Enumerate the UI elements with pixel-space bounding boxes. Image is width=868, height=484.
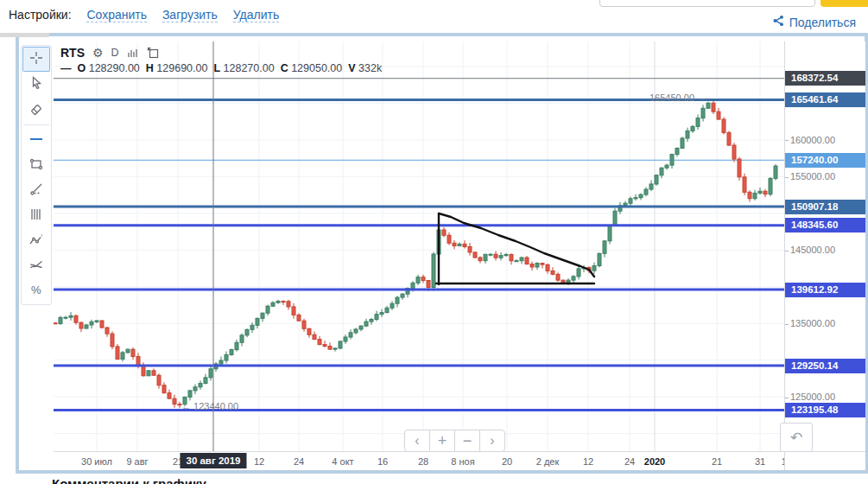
tool-polyline[interactable]: i: [22, 228, 50, 253]
candles-layer: [54, 100, 777, 409]
price-axis[interactable]: 160000.00155000.00145000.00135000.001250…: [784, 41, 865, 451]
share-link-input[interactable]: [599, 0, 815, 7]
share-button[interactable]: Поделиться: [772, 15, 856, 29]
price-badge-drawn-line: 150907.18: [785, 200, 865, 214]
y-axis-tick: 160000.00: [785, 134, 835, 146]
time-axis[interactable]: 30 июл9 авг2112244 окт16288 ноя202 дек12…: [54, 451, 784, 470]
svg-text:%: %: [31, 283, 41, 296]
crosshair-date-badge: 30 авг 2019: [180, 453, 246, 468]
footer-clipped-heading: Комментарии к графику: [52, 476, 206, 484]
compare-icon[interactable]: [147, 47, 159, 59]
frame-gray-segment: [0, 33, 49, 37]
price-badge-drawn-line: 129250.14: [785, 359, 865, 373]
x-axis-tick: 31: [755, 456, 765, 467]
interval-selector[interactable]: D: [111, 47, 119, 59]
price-badge-last-price: 157240.00: [785, 153, 865, 168]
brush-icon: [28, 256, 45, 277]
price-badge-drawn-line: 123195.48: [785, 403, 865, 417]
settings-label: Настройки:: [9, 8, 72, 22]
tool-trend-angle[interactable]: [22, 178, 50, 203]
ohlc-legend: — O 128290.00 H 129690.00 L 128270.00 C …: [60, 62, 382, 74]
x-axis-tick: 9 авг: [126, 456, 148, 467]
symbol-settings-gear-icon[interactable]: ⚙: [92, 46, 104, 60]
drawn-lines-layer[interactable]: [54, 99, 784, 410]
tool-eraser[interactable]: [22, 97, 50, 122]
x-axis-tick: 20: [502, 456, 512, 467]
x-axis-tick: 28: [418, 456, 428, 467]
tool-percent[interactable]: %: [22, 278, 50, 303]
x-axis-tick: 30 июл: [81, 456, 112, 467]
vertical-lines-icon: [28, 206, 45, 226]
tool-vertical-lines[interactable]: [22, 203, 50, 228]
save-settings-link[interactable]: Сохранить: [86, 8, 147, 22]
horizontal-line-icon: [28, 131, 45, 151]
price-badge-drawn-line: 148345.60: [785, 218, 865, 232]
price-badge-crosshair-price: 168372.54: [785, 71, 865, 86]
x-axis-tick: 8 ноя: [451, 456, 474, 467]
symbol-label: RTS: [60, 46, 85, 60]
x-axis-tick: 21: [712, 456, 722, 467]
chart-nav-group: ‹ + − ›: [404, 430, 505, 452]
tool-crosshair[interactable]: [22, 47, 50, 72]
percent-icon: %: [28, 281, 45, 302]
triangle-drawing[interactable]: [436, 213, 594, 284]
chart-legend-row: RTS ⚙ D: [60, 46, 159, 60]
share-label: Поделиться: [789, 16, 856, 29]
tool-horizontal-line[interactable]: [22, 128, 50, 153]
y-axis-tick: 135000.00: [785, 317, 835, 329]
eraser-icon: [28, 99, 45, 120]
zoom-in-button[interactable]: +: [430, 430, 455, 451]
scroll-right-button[interactable]: ›: [480, 430, 504, 451]
polyline-icon: i: [28, 231, 45, 252]
scroll-left-button[interactable]: ‹: [405, 430, 430, 451]
tool-cursor[interactable]: [22, 72, 50, 97]
load-settings-link[interactable]: Загрузить: [162, 8, 218, 22]
cursor-icon: [28, 74, 45, 95]
price-chart-plot[interactable]: 165450.00 →← 123440.00: [54, 41, 784, 451]
legend-dash: —: [60, 62, 72, 74]
tool-brush[interactable]: [22, 253, 50, 278]
x-axis-tick: 2 дек: [536, 456, 560, 467]
toolbar-divider: [23, 124, 49, 125]
zoom-out-button[interactable]: −: [455, 430, 480, 451]
x-axis-tick: 16: [377, 456, 388, 467]
tool-rectangle[interactable]: [22, 153, 50, 178]
y-axis-tick: 145000.00: [785, 244, 835, 256]
high-price-marker: 165450.00 →: [649, 92, 706, 103]
x-axis-tick: 4 окт: [332, 456, 353, 467]
price-badge-drawn-line: 139612.92: [785, 283, 865, 297]
y-axis-tick: 125000.00: [785, 391, 835, 403]
price-badge-drawn-line: 165461.64: [785, 92, 865, 107]
x-axis-tick: 24: [624, 456, 635, 467]
rectangle-icon: [28, 156, 45, 176]
high-low-markers: 165450.00 →← 123440.00: [181, 92, 706, 411]
x-axis-tick: 24: [294, 456, 304, 467]
share-icon: [772, 15, 784, 29]
chart-canvas: 165450.00 →← 123440.00: [54, 41, 784, 451]
y-axis-tick: 155000.00: [785, 170, 835, 182]
delete-settings-link[interactable]: Удалить: [233, 8, 279, 22]
chart-style-icon[interactable]: [127, 47, 139, 59]
drawing-toolbar: i %: [21, 45, 52, 305]
trend-angle-icon: [28, 181, 45, 201]
svg-text:i: i: [41, 232, 42, 237]
axis-corner: [784, 451, 865, 470]
crosshair-icon: [28, 49, 45, 70]
settings-bar: Настройки: Сохранить Загрузить Удалить: [9, 8, 279, 22]
x-axis-tick: 12: [254, 456, 264, 467]
low-price-marker: ← 123440.00: [181, 401, 238, 411]
copy-link-button[interactable]: [820, 0, 868, 7]
x-axis-tick: 2020: [644, 456, 665, 467]
undo-button[interactable]: ↶: [780, 423, 813, 452]
x-axis-tick: 12: [583, 456, 593, 467]
